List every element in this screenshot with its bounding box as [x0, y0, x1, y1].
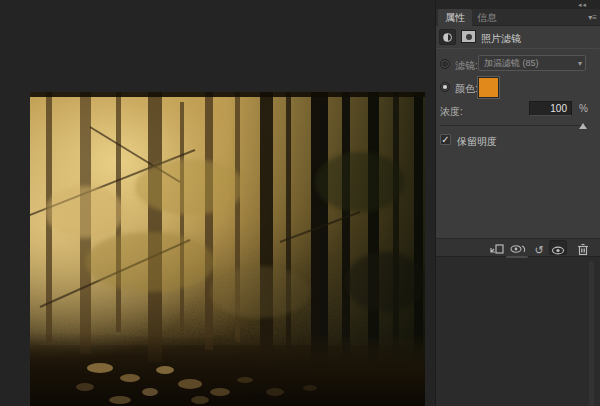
density-input[interactable]: 100: [529, 101, 572, 116]
density-slider[interactable]: [440, 122, 587, 132]
filter-radio[interactable]: [440, 59, 450, 69]
document-canvas[interactable]: [0, 0, 435, 406]
radio-dot: [443, 85, 447, 89]
tab-properties[interactable]: 属性: [438, 9, 472, 26]
color-swatch[interactable]: [478, 77, 499, 98]
filter-dropdown[interactable]: 加温滤镜 (85) ▾: [478, 55, 586, 71]
delete-trash-icon[interactable]: [574, 240, 592, 255]
preserve-luminosity-label: 保留明度: [457, 135, 497, 149]
filter-label: 滤镜:: [455, 59, 478, 73]
panel-dock: ◂◂ 属性 信息 ▾≡ 照片滤镜 滤镜: 加温滤镜 (85): [435, 0, 600, 406]
adjustment-header: 照片滤镜: [436, 28, 600, 48]
slider-thumb[interactable]: [579, 123, 587, 129]
reset-icon[interactable]: ↺: [530, 240, 548, 255]
layer-mask-icon[interactable]: [461, 30, 476, 43]
panel-toolbar: ↺: [436, 238, 600, 256]
clip-to-layer-icon[interactable]: [488, 240, 506, 255]
visibility-eye-icon[interactable]: [549, 240, 567, 255]
photo-filter-adjustment-button[interactable]: [439, 29, 456, 45]
photoshop-window: ◂◂ 属性 信息 ▾≡ 照片滤镜 滤镜: 加温滤镜 (85): [0, 0, 600, 406]
reset-glyph: ↺: [534, 244, 543, 256]
view-previous-state-icon[interactable]: [509, 240, 527, 255]
properties-panel: 照片滤镜 滤镜: 加温滤镜 (85) ▾ 颜色: 浓度: 1: [436, 26, 600, 256]
forest-photo: [30, 92, 425, 406]
panel-tabbar: 属性 信息 ▾≡: [436, 9, 600, 26]
divider: [436, 48, 600, 49]
panel-resize-handle[interactable]: [506, 256, 528, 258]
density-unit: %: [579, 103, 588, 114]
color-radio[interactable]: [440, 82, 450, 92]
chevron-down-icon: ▾: [578, 56, 582, 71]
collapse-panels-icon[interactable]: ◂◂: [578, 0, 587, 9]
adjustment-title: 照片滤镜: [481, 32, 521, 46]
density-label: 浓度:: [440, 105, 463, 119]
adjustment-icon: [443, 33, 452, 42]
dock-empty-area: [436, 256, 600, 406]
panel-menu-icon[interactable]: ▾≡: [588, 13, 597, 22]
dock-edge: [589, 261, 594, 406]
dock-header: ◂◂: [436, 0, 600, 9]
slider-track: [440, 125, 587, 126]
tab-info[interactable]: 信息: [470, 9, 504, 26]
preserve-luminosity-checkbox[interactable]: ✓: [440, 134, 451, 145]
color-label: 颜色:: [455, 82, 478, 96]
filter-dropdown-value: 加温滤镜 (85): [484, 58, 539, 68]
